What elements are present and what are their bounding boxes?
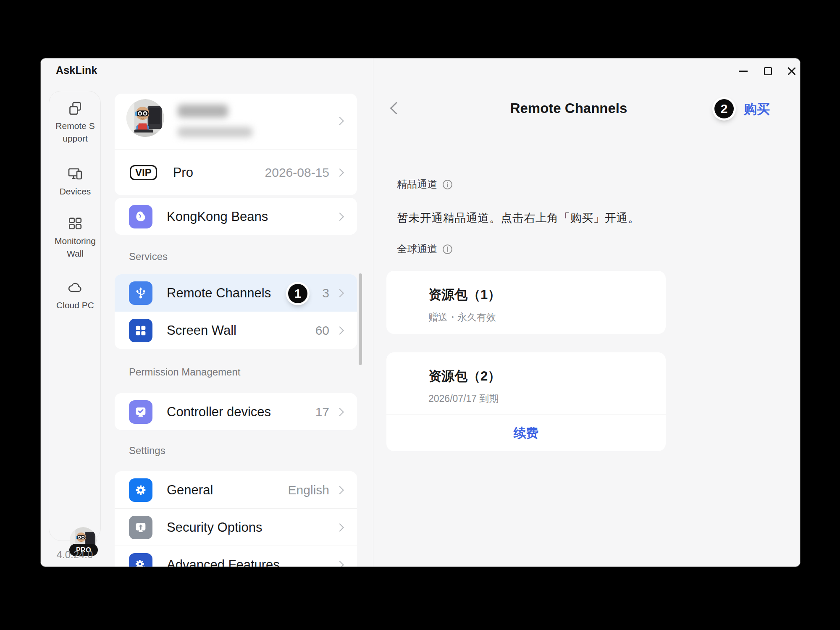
gear-icon xyxy=(129,478,152,502)
vip-badge: VIP xyxy=(130,165,157,180)
advanced-gear-icon xyxy=(129,553,152,567)
profile-card: VIP Pro 2026-08-15 xyxy=(115,94,357,195)
permission-card: Controller devices 17 xyxy=(115,393,357,430)
row-value: English xyxy=(288,483,329,497)
back-button[interactable] xyxy=(390,102,403,115)
maximize-button[interactable] xyxy=(759,64,776,78)
app-version: 4.0.24.0 xyxy=(49,549,101,561)
chevron-right-icon xyxy=(336,523,344,532)
scrollbar-thumb[interactable] xyxy=(359,273,362,365)
sidebar-item-label: Monitoring Wall xyxy=(54,235,96,260)
chevron-right-icon xyxy=(336,117,344,125)
row-count: 60 xyxy=(315,323,329,338)
user-name-blurred xyxy=(178,105,228,118)
sidebar-item-devices[interactable]: Devices xyxy=(49,165,101,198)
nav-rail: Remote Support Devices xyxy=(49,91,101,541)
menu-item-screen-wall[interactable]: Screen Wall 60 xyxy=(115,312,357,349)
buy-button[interactable]: 购买 xyxy=(744,100,770,118)
user-avatar[interactable] xyxy=(126,99,164,137)
chevron-right-icon xyxy=(336,168,344,177)
menu-item-controller-devices[interactable]: Controller devices 17 xyxy=(115,393,357,430)
screen-wall-icon xyxy=(129,319,152,342)
plan-name: Pro xyxy=(173,165,193,180)
chevron-right-icon xyxy=(336,561,344,567)
monitoring-wall-icon xyxy=(67,215,84,232)
package-name: 资源包（2） xyxy=(428,368,501,385)
minimize-icon xyxy=(739,71,748,72)
package-card-1: 资源包（1） 赠送・永久有效 xyxy=(386,271,666,334)
row-label: Advanced Features xyxy=(167,557,280,567)
menu-item-general[interactable]: General English xyxy=(115,471,357,509)
chevron-right-icon xyxy=(336,408,344,416)
close-button[interactable] xyxy=(783,64,800,78)
usb-icon xyxy=(129,281,152,305)
row-count: 17 xyxy=(315,405,329,419)
user-phone-blurred xyxy=(178,127,252,137)
security-upload-icon xyxy=(129,516,152,539)
step-callout-1: 1 xyxy=(288,284,307,303)
settings-card: General English Security Options xyxy=(115,471,357,567)
chevron-right-icon xyxy=(336,289,344,297)
desktop-background: AskLink Remote Support xyxy=(0,0,840,630)
label-text: 全球通道 xyxy=(397,242,437,256)
kongkong-beans-row[interactable]: KongKong Beans xyxy=(115,198,357,235)
row-label: KongKong Beans xyxy=(167,209,268,224)
subscription-row[interactable]: VIP Pro 2026-08-15 xyxy=(115,150,357,195)
row-count: 3 xyxy=(322,286,329,300)
plan-expiry: 2026-08-15 xyxy=(265,165,329,180)
package-name: 资源包（1） xyxy=(428,286,501,304)
app-window: AskLink Remote Support xyxy=(40,58,801,567)
package-card-2: 资源包（2） 2026/07/17 到期 续费 xyxy=(386,352,666,451)
info-icon[interactable] xyxy=(442,244,453,255)
remote-support-icon xyxy=(67,100,84,117)
page-title: Remote Channels xyxy=(510,100,627,116)
bean-icon xyxy=(129,205,152,228)
sidebar-item-remote-support[interactable]: Remote Support xyxy=(49,100,101,145)
package-desc: 2026/07/17 到期 xyxy=(428,392,499,405)
menu-item-remote-channels[interactable]: Remote Channels 3 xyxy=(115,274,357,312)
beans-card: KongKong Beans xyxy=(115,198,357,235)
close-icon xyxy=(787,66,796,76)
section-label-services: Services xyxy=(129,251,168,262)
step-callout-2: 2 xyxy=(714,99,734,118)
app-title: AskLink xyxy=(56,64,97,76)
sidebar-item-label: Devices xyxy=(54,185,96,198)
maximize-icon xyxy=(764,67,772,75)
section-label-permission: Permission Management xyxy=(129,366,240,378)
premium-empty-text: 暂未开通精品通道。点击右上角「购买」开通。 xyxy=(397,210,640,226)
devices-icon xyxy=(67,165,84,182)
info-icon[interactable] xyxy=(442,179,453,190)
menu-item-advanced-features[interactable]: Advanced Features xyxy=(115,546,357,567)
chevron-right-icon xyxy=(336,213,344,221)
row-label: General xyxy=(167,483,213,498)
menu-item-security-options[interactable]: Security Options xyxy=(115,509,357,546)
package-desc: 赠送・永久有效 xyxy=(428,311,496,324)
global-channel-label: 全球通道 xyxy=(397,242,453,256)
chevron-right-icon xyxy=(336,326,344,335)
section-label-settings: Settings xyxy=(129,445,165,457)
premium-channel-label: 精品通道 xyxy=(397,178,453,191)
sidebar-item-monitoring-wall[interactable]: Monitoring Wall xyxy=(49,215,101,260)
row-label: Remote Channels xyxy=(167,286,271,301)
row-label: Security Options xyxy=(167,520,262,535)
panel-divider xyxy=(373,58,373,567)
renew-button[interactable]: 续费 xyxy=(386,415,666,451)
controller-devices-icon xyxy=(129,400,152,424)
row-label: Controller devices xyxy=(167,404,271,420)
services-card: Remote Channels 3 Screen Wall 60 xyxy=(115,274,357,349)
sidebar-item-cloud-pc[interactable]: Cloud PC xyxy=(49,279,101,312)
sidebar-item-label: Cloud PC xyxy=(54,299,96,312)
minimize-button[interactable] xyxy=(735,64,751,78)
label-text: 精品通道 xyxy=(397,178,437,191)
chevron-right-icon xyxy=(336,486,344,494)
row-label: Screen Wall xyxy=(167,323,236,338)
cloud-icon xyxy=(66,279,84,296)
sidebar-item-label: Remote Support xyxy=(54,120,96,145)
